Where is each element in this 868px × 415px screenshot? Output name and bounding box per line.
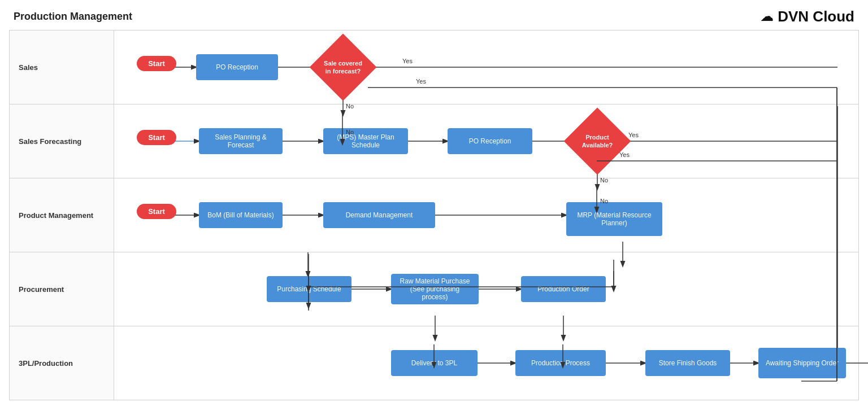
pm-mrp-node: MRP (Material Resource Planner) <box>566 202 662 236</box>
svg-text:Yes: Yes <box>628 132 639 138</box>
pm-demand-node: Demand Management <box>323 202 435 228</box>
lane-label-3pl: 3PL/Production <box>10 326 114 400</box>
lane-label-sales: Sales <box>10 30 114 104</box>
diagram-area: Sales Yes No Start <box>9 30 859 400</box>
proc-purchasing-node: Purchasing Schedule <box>267 276 351 302</box>
page-title: Production Management <box>14 11 132 23</box>
svg-text:Yes: Yes <box>402 58 413 64</box>
cloud-icon: ☁ <box>761 10 773 24</box>
prod-store-node: Store Finish Goods <box>645 350 730 376</box>
proc-rawmat-node: Raw Material Purchase (See purchasing pr… <box>391 274 479 304</box>
sf-start-node: Start <box>137 130 176 145</box>
pm-bom-node: BoM (Bill of Materials) <box>199 202 283 228</box>
sales-start-node: Start <box>137 56 176 71</box>
swimlane-3pl: 3PL/Production <box>10 326 858 400</box>
prod-process-node: Production Process <box>515 350 606 376</box>
swimlane-sales: Sales Yes No Start <box>10 30 858 104</box>
arrows-proc <box>114 252 858 326</box>
lane-label-proc: Procurement <box>10 252 114 326</box>
prod-delivery-node: Delivery to 3PL <box>391 350 478 376</box>
brand-logo: ☁ DVN Cloud <box>761 8 854 25</box>
lane-label-pm: Product Management <box>10 178 114 252</box>
sf-decision-node: Product Available? <box>572 116 623 167</box>
swimlane-proc: Procurement Purchasing Sch <box>10 252 858 326</box>
pm-start-node: Start <box>137 204 176 219</box>
lane-label-sf: Sales Forecasting <box>10 104 114 178</box>
sf-po-reception-node: PO Reception <box>448 128 532 154</box>
lane-content-proc: Purchasing Schedule Raw Material Purchas… <box>114 252 858 326</box>
prod-awaiting-node: Awaiting Shipping Order <box>758 348 846 378</box>
lane-content-3pl: Delivery to 3PL Production Process Store… <box>114 326 858 400</box>
lane-content-pm: Start BoM (Bill of Materials) Demand Man… <box>114 178 858 252</box>
sales-decision-node: Sale covered in forecast? <box>318 42 368 93</box>
lane-content-sf: Yes No Start Sales Planning & Forecast (… <box>114 104 858 178</box>
sf-planning-node: Sales Planning & Forecast <box>199 128 283 154</box>
proc-prodorder-node: Production Order <box>521 276 606 302</box>
lane-content-sales: Yes No Start PO Reception Sale covered i… <box>114 30 858 104</box>
sf-mps-node: (MPS) Master Plan Schedule <box>323 128 408 154</box>
arrows-3pl <box>114 326 858 400</box>
brand-name: DVN Cloud <box>778 8 854 25</box>
swimlane-sf: Sales Forecasting Yes <box>10 104 858 178</box>
sales-po-reception-node: PO Reception <box>196 54 278 80</box>
swimlane-pm: Product Management Start BoM (Bill of Ma… <box>10 178 858 252</box>
